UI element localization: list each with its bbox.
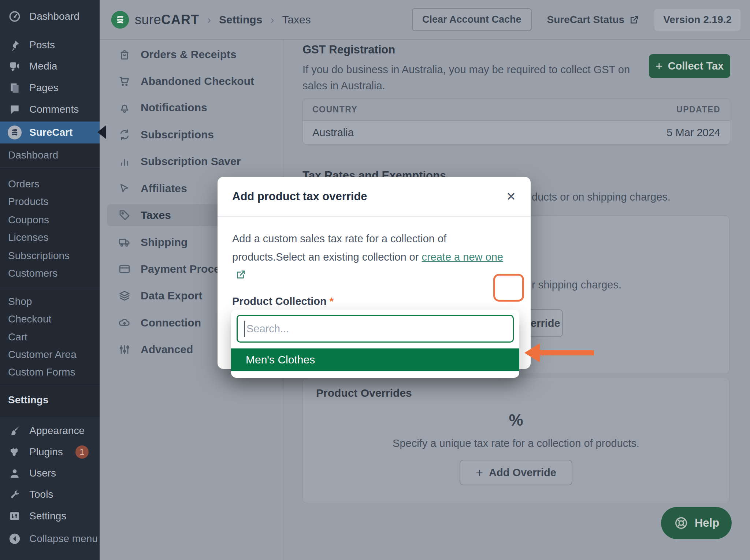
table-row[interactable]: Australia 5 Mar 2024 [303, 121, 730, 144]
modal-title: Add product tax override [232, 190, 367, 203]
sc-sub-coupons[interactable]: Coupons [0, 211, 100, 229]
pages-icon [7, 81, 22, 95]
submenu-label: Dashboard [8, 149, 58, 161]
sc-sub-products[interactable]: Products [0, 193, 100, 211]
clear-account-cache-button[interactable]: Clear Account Cache [412, 8, 532, 31]
wp-menu-label: SureCart [29, 127, 73, 138]
help-button[interactable]: Help [661, 507, 732, 539]
pushpin-icon [7, 38, 22, 52]
external-link-icon [629, 14, 640, 25]
wp-menu-posts[interactable]: Posts [0, 34, 100, 56]
sc-sub-dashboard[interactable]: Dashboard [0, 146, 100, 164]
wp-menu-pages[interactable]: Pages [0, 77, 100, 98]
select-toggle-focus-ring [493, 274, 524, 302]
add-override-label: Add Override [489, 467, 556, 479]
wp-menu-tools[interactable]: Tools [0, 484, 100, 505]
submenu-label: Products [8, 196, 49, 208]
plugins-update-badge: 1 [75, 445, 89, 459]
tag-icon [118, 209, 131, 222]
gst-registration-description: If you do business in Australia, you may… [302, 61, 632, 94]
wp-menu-appearance[interactable]: Appearance [0, 420, 100, 441]
layers-icon [118, 289, 131, 302]
percent-icon: % [303, 411, 729, 429]
settings-nav-label: Subscription Saver [141, 155, 241, 168]
add-override-button-fragment[interactable]: erride [531, 309, 563, 337]
divider [0, 287, 100, 287]
wp-menu-plugins[interactable]: Plugins 1 [0, 441, 100, 463]
settings-nav-label: Affiliates [141, 182, 187, 195]
search-input[interactable] [237, 315, 514, 343]
modal-description: Add a custom sales tax rate for a collec… [232, 229, 516, 284]
sc-sub-customers[interactable]: Customers [0, 264, 100, 283]
submenu-label: Checkout [8, 313, 51, 325]
breadcrumb: sureCART › Settings › Taxes [100, 0, 311, 39]
required-asterisk: * [330, 295, 334, 307]
settings-nav-label: Abandoned Checkout [141, 75, 254, 87]
breadcrumb-taxes[interactable]: Taxes [282, 14, 311, 26]
brand-name[interactable]: sureCART [135, 12, 199, 27]
option-label: Men's Clothes [246, 354, 315, 366]
product-collection-label: Product Collection* [232, 295, 516, 307]
credit-card-icon [118, 262, 131, 276]
divider [100, 39, 750, 40]
settings-nav-label: Advanced [141, 343, 193, 356]
wp-menu-surecart[interactable]: SureCart [0, 122, 100, 143]
settings-nav-subscription-saver[interactable]: Subscription Saver [107, 150, 275, 172]
media-icon [7, 59, 22, 74]
cell-country: Australia [312, 127, 354, 139]
wp-menu-dashboard[interactable]: Dashboard [0, 6, 100, 27]
sc-sub-checkout[interactable]: Checkout [0, 310, 100, 328]
settings-nav-notifications[interactable]: Notifications [107, 97, 275, 119]
sc-sub-licenses[interactable]: Licenses [0, 228, 100, 247]
brand-cart: CART [161, 12, 199, 27]
submenu-label: Custom Forms [8, 366, 75, 378]
add-override-button[interactable]: + Add Override [460, 460, 572, 485]
wp-menu-label: Dashboard [29, 11, 79, 22]
wp-menu-label: Settings [29, 510, 66, 522]
submenu-label: Customers [8, 268, 57, 279]
bar-chart-icon [118, 155, 131, 168]
product-overrides-description: Specify a unique tax rate for a collecti… [303, 437, 729, 449]
sc-sub-settings[interactable]: Settings [0, 391, 100, 409]
text-cursor [244, 321, 245, 337]
divider [0, 168, 100, 168]
gst-registrations-table: COUNTRY UPDATED Australia 5 Mar 2024 [302, 98, 730, 145]
sc-sub-customer-area[interactable]: Customer Area [0, 346, 100, 364]
gst-registration-title: GST Registration [302, 43, 395, 56]
sc-sub-orders[interactable]: Orders [0, 175, 100, 193]
settings-nav-orders-receipts[interactable]: Orders & Receipts [107, 44, 275, 66]
comment-bubble-icon [7, 102, 22, 117]
surecart-status-link[interactable]: SureCart Status [547, 14, 640, 26]
settings-nav-label: Orders & Receipts [141, 48, 237, 61]
paintbrush-icon [7, 423, 22, 438]
settings-nav-subscriptions[interactable]: Subscriptions [107, 124, 275, 146]
close-icon[interactable]: ✕ [506, 191, 516, 202]
sc-sub-subscriptions[interactable]: Subscriptions [0, 247, 100, 265]
cloud-icon [118, 316, 131, 329]
help-label: Help [695, 516, 719, 530]
wp-menu-users[interactable]: Users [0, 463, 100, 484]
status-link-label: SureCart Status [547, 14, 625, 26]
create-new-collection-link[interactable]: create a new one [422, 251, 503, 263]
settings-panel-icon [7, 509, 22, 523]
plus-icon: + [656, 59, 663, 73]
settings-nav-abandoned-checkout[interactable]: Abandoned Checkout [107, 70, 275, 92]
sc-sub-cart[interactable]: Cart [0, 328, 100, 346]
wp-collapse-menu[interactable]: Collapse menu [0, 528, 100, 549]
wp-menu-media[interactable]: Media [0, 56, 100, 77]
product-overrides-title: Product Overrides [316, 387, 412, 399]
breadcrumb-settings[interactable]: Settings [219, 14, 262, 26]
wp-menu-comments[interactable]: Comments [0, 99, 100, 120]
wp-menu-settings[interactable]: Settings [0, 505, 100, 527]
sc-sub-custom-forms[interactable]: Custom Forms [0, 363, 100, 381]
sc-sub-shop[interactable]: Shop [0, 292, 100, 311]
option-mens-clothes[interactable]: Men's Clothes [231, 348, 519, 371]
collect-tax-button[interactable]: + Collect Tax [649, 54, 730, 78]
active-menu-arrow [97, 125, 106, 139]
wp-menu-label: Collapse menu [29, 533, 98, 545]
sliders-icon [118, 343, 131, 356]
modal-header: Add product tax override ✕ [218, 177, 531, 217]
shopping-bag-icon [118, 48, 131, 61]
help-lifering-icon [673, 515, 689, 531]
tax-rates-description-fragment: ducts or on shipping charges. [532, 191, 671, 203]
